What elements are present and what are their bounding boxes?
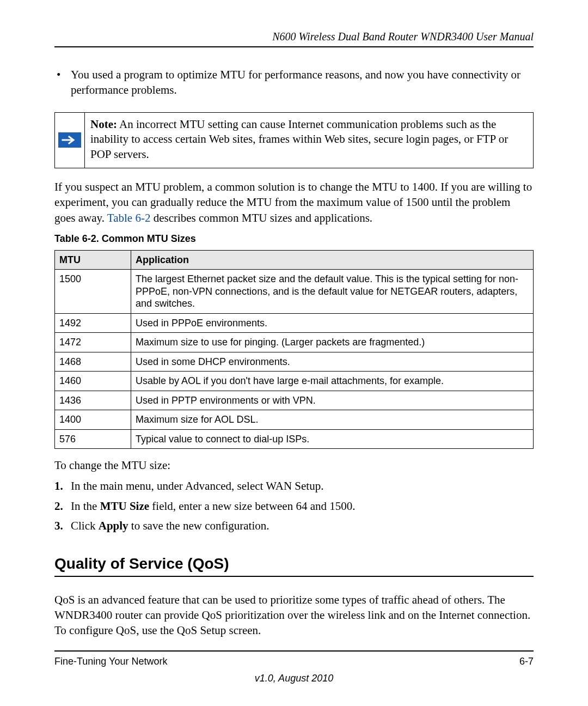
note-body: An incorrect MTU setting can cause Inter… — [90, 118, 508, 161]
page-footer: Fine-Tuning Your Network 6-7 v1.0, Augus… — [54, 650, 534, 684]
cell-mtu: 1436 — [55, 391, 131, 410]
table-row: 1400 Maximum size for AOL DSL. — [55, 410, 534, 430]
note-label: Note: — [90, 118, 117, 131]
table-row: 1472 Maximum size to use for pinging. (L… — [55, 333, 534, 352]
cell-mtu: 1500 — [55, 270, 131, 314]
table-caption: Table 6-2. Common MTU Sizes — [54, 233, 534, 245]
table-row: 1436 Used in PPTP environments or with V… — [55, 391, 534, 410]
step-text-c: to save the new configuration. — [128, 519, 270, 532]
table-row: 576 Typical value to connect to dial-up … — [55, 429, 534, 449]
cell-mtu: 1472 — [55, 333, 131, 352]
arrow-right-icon — [58, 132, 81, 148]
footer-version: v1.0, August 2010 — [54, 673, 534, 684]
table-row: 1468 Used in some DHCP environments. — [55, 352, 534, 372]
cell-app: Usable by AOL if you don't have large e-… — [131, 372, 534, 391]
cell-mtu: 576 — [55, 429, 131, 449]
qos-paragraph: QoS is an advanced feature that can be u… — [54, 592, 534, 638]
section-heading-qos: Quality of Service (QoS) — [54, 555, 534, 577]
footer-chapter: Fine-Tuning Your Network — [54, 656, 167, 667]
step-item: Click Apply to save the new configuratio… — [54, 518, 534, 534]
col-header-app: Application — [131, 250, 534, 270]
para-text-b: describes common MTU sizes and applicati… — [150, 211, 372, 224]
footer-page-number: 6-7 — [519, 656, 534, 667]
bullet-item: You used a program to optimize MTU for p… — [71, 67, 534, 98]
cell-app: Used in PPPoE environments. — [131, 313, 534, 333]
note-text-cell: Note: An incorrect MTU setting can cause… — [85, 113, 533, 168]
step-text-a: Click — [71, 519, 99, 532]
note-box: Note: An incorrect MTU setting can cause… — [54, 112, 534, 168]
table-row: 1460 Usable by AOL if you don't have lar… — [55, 372, 534, 391]
col-header-mtu: MTU — [55, 250, 131, 270]
footer-rule — [54, 650, 534, 652]
table-row: 1500 The largest Ethernet packet size an… — [55, 270, 534, 314]
bullet-list: You used a program to optimize MTU for p… — [71, 67, 534, 98]
note-icon-cell — [55, 113, 85, 168]
page-header: N600 Wireless Dual Band Router WNDR3400 … — [54, 31, 534, 47]
cell-mtu: 1460 — [55, 372, 131, 391]
step-item: In the main menu, under Advanced, select… — [54, 478, 534, 494]
cell-app: Used in some DHCP environments. — [131, 352, 534, 372]
step-bold: Apply — [99, 519, 128, 532]
cell-app: Maximum size to use for pinging. (Larger… — [131, 333, 534, 352]
table-row: 1492 Used in PPPoE environments. — [55, 313, 534, 333]
cell-mtu: 1492 — [55, 313, 131, 333]
mtu-table: MTU Application 1500 The largest Etherne… — [54, 250, 534, 449]
cell-app: Used in PPTP environments or with VPN. — [131, 391, 534, 410]
cell-app: Maximum size for AOL DSL. — [131, 410, 534, 430]
cell-mtu: 1400 — [55, 410, 131, 430]
cell-mtu: 1468 — [55, 352, 131, 372]
step-item: In the MTU Size field, enter a new size … — [54, 498, 534, 514]
table-link[interactable]: Table 6-2 — [107, 211, 151, 224]
step-text-a: In the — [71, 500, 100, 513]
cell-app: The largest Ethernet packet size and the… — [131, 270, 534, 314]
bullet-text: You used a program to optimize MTU for p… — [71, 68, 520, 96]
mtu-paragraph: If you suspect an MTU problem, a common … — [54, 179, 534, 226]
step-text-c: field, enter a new size between 64 and 1… — [149, 500, 355, 513]
steps-list: In the main menu, under Advanced, select… — [54, 478, 534, 534]
table-header-row: MTU Application — [55, 250, 534, 270]
manual-title: N600 Wireless Dual Band Router WNDR3400 … — [272, 31, 534, 42]
step-bold: MTU Size — [100, 500, 149, 513]
step-text: In the main menu, under Advanced, select… — [71, 479, 323, 492]
steps-intro: To change the MTU size: — [54, 459, 534, 472]
cell-app: Typical value to connect to dial-up ISPs… — [131, 429, 534, 449]
